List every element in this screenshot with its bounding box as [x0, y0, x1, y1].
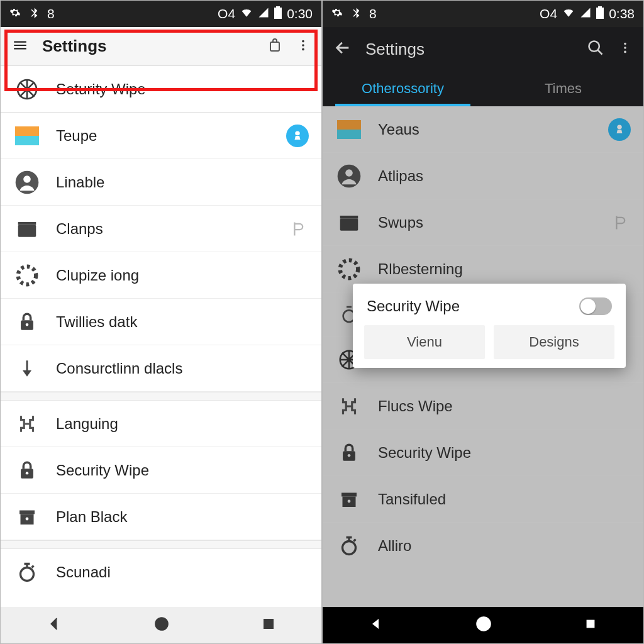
status-bar: 8 O⁠4 0:38	[323, 1, 643, 27]
battery-icon	[596, 6, 604, 22]
status-bar: 8 O⁠4 0:30	[1, 1, 321, 27]
list-item[interactable]: Clanps	[1, 206, 321, 252]
list-item[interactable]: Scunadi	[1, 549, 321, 596]
back-arrow-icon[interactable]	[334, 39, 352, 59]
page-title: Settings	[365, 40, 425, 59]
arrow-down-icon	[13, 355, 41, 382]
tab-label: Otherossority	[362, 80, 444, 97]
list-item-label: Clupize iong	[56, 267, 139, 284]
bluetooth-icon	[350, 6, 362, 21]
svg-point-14	[26, 323, 29, 326]
list-item[interactable]: Languing	[1, 401, 321, 447]
search-icon[interactable]	[587, 39, 604, 59]
svg-point-5	[302, 48, 304, 50]
section-divider	[1, 392, 321, 401]
list-item[interactable]: Linable	[1, 159, 321, 206]
svg-rect-22	[264, 619, 273, 628]
list-item-label: Consurctlinn dlacls	[56, 360, 182, 377]
nav-bar	[1, 607, 321, 643]
svg-rect-2	[270, 42, 279, 51]
tab-otherossority[interactable]: Otherossority	[323, 71, 483, 106]
list-item-label: Clanps	[56, 220, 103, 238]
nav-home-icon[interactable]	[153, 616, 170, 635]
svg-point-16	[26, 471, 29, 474]
pipe-icon	[13, 410, 41, 438]
gear-icon	[331, 6, 343, 21]
svg-rect-17	[19, 510, 35, 514]
ring-dots-icon	[13, 262, 41, 289]
list-item[interactable]: Consurctlinn dlacls	[1, 345, 321, 392]
dialog-button-vienu[interactable]: Vienu	[364, 325, 485, 359]
list-item[interactable]: Security Wipe	[1, 447, 321, 494]
hamburger-icon[interactable]	[12, 37, 28, 56]
nav-back-icon[interactable]	[46, 616, 62, 635]
list-item-label: Languing	[56, 415, 118, 433]
svg-point-21	[155, 618, 168, 630]
stopwatch-icon	[13, 558, 41, 586]
svg-point-20	[21, 568, 34, 581]
bag-icon[interactable]	[267, 38, 282, 55]
list-item-label: Teupe	[56, 127, 97, 145]
list-item[interactable]: Seturity Wipe	[1, 66, 321, 113]
list-item-label: Scunadi	[56, 564, 111, 581]
bluetooth-icon	[28, 6, 40, 21]
list-item[interactable]: Clupize iong	[1, 252, 321, 299]
page-title: Settings	[42, 36, 107, 56]
signal-icon	[580, 6, 591, 21]
avatar-circle-icon	[13, 169, 41, 196]
p-flag-icon	[286, 218, 309, 240]
battery-icon	[274, 6, 282, 22]
list-item-label: Plan Black	[56, 508, 127, 526]
lock-icon	[13, 308, 41, 336]
button-label: Designs	[529, 334, 579, 350]
svg-point-19	[26, 517, 29, 520]
color-tile-icon	[13, 122, 41, 150]
dialog-button-designs[interactable]: Designs	[494, 325, 614, 359]
archive-icon	[13, 503, 41, 531]
security-wipe-dialog: Security Wipe Vienu Designs	[353, 284, 626, 368]
list-item[interactable]: Teupe	[1, 113, 321, 159]
app-bar: Settings	[323, 27, 643, 71]
nav-home-icon[interactable]	[475, 615, 492, 635]
tab-label: Times	[545, 80, 582, 97]
svg-point-3	[302, 40, 304, 42]
dialog-title: Security Wipe	[367, 297, 460, 315]
svg-point-44	[480, 621, 486, 626]
status-num: 8	[47, 6, 55, 21]
overflow-icon[interactable]	[618, 41, 632, 57]
nav-recent-icon[interactable]	[261, 616, 276, 634]
tab-bar: Otherossority Times	[323, 71, 643, 106]
svg-point-12	[24, 272, 30, 279]
nav-bar	[323, 607, 643, 643]
settings-list: Seturity Wipe Teupe Linable Clanps Clupi…	[1, 66, 321, 607]
list-item-label: Twillies datk	[56, 313, 137, 331]
phone-right: 8 O⁠4 0:38 Settings Otherossority Times …	[322, 0, 644, 644]
phone-left: 8 O⁠4 0:30 Settings Seturity Wipe Teupe	[0, 0, 322, 644]
status-time: 0:30	[287, 6, 313, 21]
svg-point-28	[624, 51, 626, 53]
svg-rect-23	[596, 8, 604, 19]
wifi-icon	[240, 6, 253, 22]
security-wipe-toggle[interactable]	[579, 297, 612, 315]
gear-wheel-icon	[13, 75, 41, 103]
status-net: O⁠4	[218, 6, 235, 21]
list-item-label: Seturity Wipe	[56, 80, 146, 98]
list-item[interactable]: Twillies datk	[1, 299, 321, 345]
svg-point-8	[23, 175, 31, 183]
tab-times[interactable]: Times	[483, 71, 643, 106]
status-time: 0:38	[609, 6, 635, 21]
overflow-icon[interactable]	[296, 38, 310, 55]
svg-point-25	[589, 42, 599, 52]
wallet-icon	[13, 215, 41, 243]
svg-point-26	[624, 43, 626, 45]
lock-icon	[13, 457, 41, 484]
status-net: O⁠4	[540, 6, 557, 21]
svg-point-4	[302, 44, 304, 47]
list-item[interactable]: Plan Black	[1, 494, 321, 540]
svg-rect-10	[18, 221, 36, 225]
status-num: 8	[369, 6, 377, 21]
nav-back-icon[interactable]	[369, 616, 384, 634]
nav-recent-icon[interactable]	[584, 617, 597, 633]
list-item-label: Security Wipe	[56, 462, 149, 479]
list-item-label: Linable	[56, 174, 104, 191]
